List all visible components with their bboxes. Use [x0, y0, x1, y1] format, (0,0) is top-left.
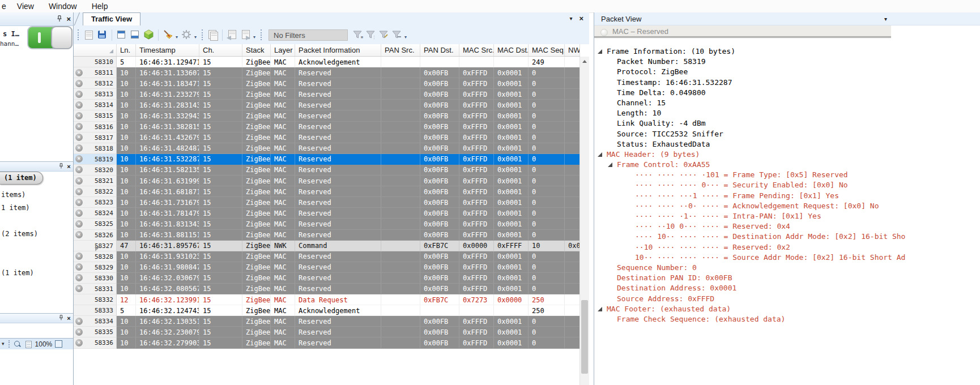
traffic-row[interactable]: ×583301016:46:32.03067915ZigBeeMACReserv… — [74, 273, 580, 284]
traffic-row[interactable]: ×583171016:46:31.43267915ZigBeeMACReserv… — [74, 132, 580, 143]
clear-traffic-icon[interactable] — [163, 29, 173, 40]
tree-line[interactable]: Sequence Number: 0 — [594, 263, 980, 273]
traffic-row[interactable]: ×583211016:46:31.63199915ZigBeeMACReserv… — [74, 176, 580, 186]
tree-line[interactable]: Source: TICC2532 Sniffer — [594, 129, 980, 139]
column-header-nw[interactable]: NW — [565, 44, 580, 56]
tree-line[interactable]: ···· ···· ··0· ···· = Acknowledgement Re… — [594, 201, 980, 211]
traffic-row[interactable]: ×583241016:46:31.78147915ZigBeeMACReserv… — [74, 208, 580, 219]
filter-apply-icon[interactable]: ■ — [353, 30, 363, 40]
tree-line[interactable]: ···· 10·· ···· ···· = Destination Addr M… — [594, 232, 980, 242]
tree-line[interactable]: Source Address: 0xFFFD — [594, 294, 980, 304]
traffic-row[interactable]: ×583181016:46:31.48248715ZigBeeMACReserv… — [74, 143, 580, 154]
pin-icon[interactable] — [59, 314, 64, 322]
traffic-row[interactable]: ×583131016:46:31.23327915ZigBeeMACReserv… — [74, 89, 580, 100]
panel-layout-icon[interactable] — [130, 29, 140, 40]
filter-wizard-icon[interactable]: ⋮ — [366, 30, 376, 40]
sidebar-item-selected[interactable]: (1 item) — [0, 172, 43, 185]
tree-line[interactable]: ··10 ···· ···· ···· = Reserved: 0x2 — [594, 242, 980, 253]
close-icon[interactable]: × — [67, 163, 71, 169]
column-header-mac_dst[interactable]: MAC Dst. — [494, 44, 529, 56]
expander-icon[interactable] — [598, 49, 602, 54]
tree-line[interactable]: MAC Header: (9 bytes) — [594, 149, 980, 160]
tree-line[interactable]: Length: 10 — [594, 108, 980, 118]
tree-line[interactable]: ···· ··10 0··· ···· = Reserved: 0x4 — [594, 221, 980, 232]
traffic-row[interactable]: ×583201016:46:31.58213515ZigBeeMACReserv… — [74, 165, 580, 176]
column-header-pan_src[interactable]: PAN Src. — [381, 44, 420, 56]
tree-line[interactable]: ···· ···· ···1 ···· = Frame Pending: [0x… — [594, 191, 980, 201]
traffic-row[interactable]: ×583111016:46:31.13360715ZigBeeMACReserv… — [74, 67, 580, 78]
tree-line[interactable]: Protocol: ZigBee — [594, 67, 980, 77]
column-header-layer[interactable]: Layer — [271, 44, 295, 56]
open-capture-icon[interactable] — [83, 29, 94, 40]
tree-line[interactable]: Link Quality: -4 dBm — [594, 118, 980, 129]
packet-summary-bar[interactable]: MAC – Reserved — [594, 25, 891, 38]
column-header-stack[interactable]: Stack — [242, 44, 271, 56]
tree-line[interactable]: MAC Footer: (exhausted data) — [594, 304, 980, 314]
pin-icon[interactable] — [57, 14, 62, 24]
close-icon[interactable]: × — [66, 15, 71, 23]
close-icon[interactable]: × — [67, 315, 71, 321]
traffic-row[interactable]: ×583351016:46:32.23007915ZigBeeMACReserv… — [74, 327, 580, 337]
copy-icon[interactable] — [207, 29, 218, 40]
traffic-row[interactable]: 58333516:46:32.12474315ZigBeeMACAcknowle… — [74, 305, 580, 316]
filter-display[interactable]: No Filters — [269, 29, 348, 41]
traffic-row[interactable]: ×583341016:46:32.13035115ZigBeeMACReserv… — [74, 316, 580, 327]
traffic-row[interactable]: ×583361016:46:32.27990315ZigBeeMACReserv… — [74, 337, 580, 348]
expander-icon[interactable] — [608, 162, 612, 167]
column-chooser-icon[interactable] — [116, 29, 127, 40]
column-header-mac_seq[interactable]: MAC Seq. — [529, 44, 565, 56]
menu-item-view[interactable]: View — [10, 1, 41, 12]
tree-line[interactable]: Channel: 15 — [594, 98, 980, 108]
chevron-down-icon[interactable]: ▾ — [2, 341, 5, 346]
vertical-scrollbar[interactable] — [580, 57, 589, 385]
chevron-down-icon[interactable]: ▾ — [194, 35, 197, 40]
expander-icon[interactable] — [598, 307, 602, 311]
toolbar-grip[interactable] — [78, 29, 79, 40]
tree-line[interactable]: Time Delta: 0.049800 — [594, 88, 980, 98]
tree-line[interactable]: Destination PAN ID: 0x00FB — [594, 273, 980, 283]
traffic-row[interactable]: ×583161016:46:31.38281515ZigBeeMACReserv… — [74, 122, 580, 132]
column-header-ln[interactable]: Ln. — [117, 44, 136, 56]
save-capture-icon[interactable] — [97, 29, 108, 40]
traffic-row[interactable]: ×583231016:46:31.73167915ZigBeeMACReserv… — [74, 197, 580, 208]
row-number-column-header[interactable] — [74, 44, 117, 56]
traffic-row[interactable]: 583321216:46:32.12399115ZigBeeMACData Re… — [74, 294, 580, 305]
traffic-row[interactable]: ×583221016:46:31.68187115ZigBeeMACReserv… — [74, 186, 580, 197]
traffic-row[interactable]: ×583261016:46:31.88115115ZigBeeMACReserv… — [74, 230, 580, 241]
pin-icon[interactable] — [59, 162, 64, 170]
toolbar-grip[interactable] — [261, 29, 262, 40]
scroll-up-icon[interactable] — [582, 60, 587, 63]
tree-line[interactable]: ···· ···· ···· ·101 = Frame Type: [0x5] … — [594, 170, 980, 180]
traffic-row[interactable]: ×583251016:46:31.83134315ZigBeeMACReserv… — [74, 219, 580, 229]
traffic-row[interactable]: 58310516:46:31.12947115ZigBeeMACAcknowle… — [74, 57, 580, 67]
traffic-row[interactable]: ×583311016:46:32.08056715ZigBeeMACReserv… — [74, 284, 580, 294]
tree-line[interactable]: Destination Address: 0x0001 — [594, 283, 980, 293]
traffic-row[interactable]: ×583141016:46:31.28314315ZigBeeMACReserv… — [74, 100, 580, 110]
chevron-down-icon[interactable]: ▾ — [176, 35, 178, 40]
close-icon[interactable]: × — [579, 15, 583, 22]
tree-line[interactable]: Status: ExhaustedData — [594, 139, 980, 149]
traffic-row[interactable]: ×583291016:46:31.98084715ZigBeeMACReserv… — [74, 262, 580, 273]
column-header-info[interactable]: Packet Information — [295, 44, 381, 56]
toggle-knob[interactable] — [51, 26, 73, 49]
tree-line[interactable]: Frame Information: (10 bytes) — [594, 46, 980, 57]
menu-item-file-partial[interactable]: e — [0, 1, 10, 12]
zoom-in-icon[interactable] — [14, 340, 22, 348]
menu-item-help[interactable]: Help — [84, 1, 116, 12]
traffic-row[interactable]: 583274716:46:31.89576715ZigBeeNWKCommand… — [74, 241, 580, 251]
filter-remove-icon[interactable] — [392, 30, 402, 40]
chevron-down-icon[interactable]: ▾ — [404, 35, 407, 40]
traffic-row[interactable]: ×583191016:46:31.53228715ZigBeeMACReserv… — [74, 154, 580, 165]
traffic-row[interactable]: ×583281016:46:31.93102315ZigBeeMACReserv… — [74, 251, 580, 262]
tab-traffic-view[interactable]: Traffic View — [83, 12, 140, 26]
tree-line[interactable]: ···· ···· ·1·· ···· = Intra-PAN: [0x1] Y… — [594, 211, 980, 221]
tree-line[interactable]: Packet Number: 58319 — [594, 57, 980, 67]
toolbar-grip[interactable] — [8, 340, 10, 348]
tree-line[interactable]: Timestamp: 16:46:31.532287 — [594, 78, 980, 88]
capture-toggle[interactable] — [27, 26, 73, 49]
sidebar-item[interactable]: items) — [1, 191, 25, 199]
zoom-level[interactable]: 100% — [35, 340, 53, 348]
tree-line[interactable]: Frame Check Sequence: (exhausted data) — [594, 314, 980, 324]
sidebar-item[interactable]: (1 item) — [1, 269, 34, 277]
expander-icon[interactable] — [598, 152, 602, 157]
